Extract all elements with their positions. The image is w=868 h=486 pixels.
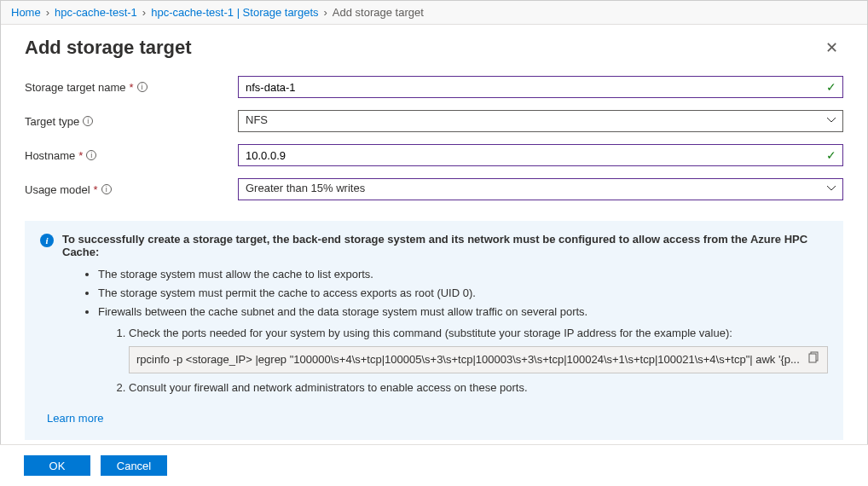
- copy-icon: [808, 351, 820, 363]
- required-marker: *: [78, 149, 83, 162]
- label-target-type: Target type i: [25, 115, 238, 128]
- chevron-right-icon: ›: [324, 6, 327, 19]
- footer: OK Cancel: [0, 444, 868, 486]
- info-bullet: The storage system must permit the cache…: [98, 286, 828, 302]
- svg-rect-1: [809, 354, 816, 362]
- form: Storage target name * i ✓ Target type i …: [1, 76, 867, 200]
- info-icon[interactable]: i: [101, 184, 112, 194]
- breadcrumb-storage-targets[interactable]: hpc-cache-test-1 | Storage targets: [151, 6, 318, 19]
- chevron-right-icon: ›: [142, 6, 146, 19]
- label-storage-target-name: Storage target name * i: [25, 81, 238, 94]
- breadcrumb: Home › hpc-cache-test-1 › hpc-cache-test…: [1, 1, 867, 25]
- storage-target-name-input[interactable]: [238, 76, 843, 98]
- required-marker: *: [94, 183, 98, 196]
- ok-button[interactable]: OK: [24, 455, 90, 476]
- info-bullet: Firewalls between the cache subnet and t…: [98, 304, 828, 321]
- info-heading: To successfully create a storage target,…: [62, 233, 828, 258]
- breadcrumb-resource[interactable]: hpc-cache-test-1: [55, 6, 137, 19]
- learn-more-link[interactable]: Learn more: [47, 412, 103, 425]
- page-title: Add storage target: [25, 37, 192, 59]
- info-step: Consult your firewall and network admini…: [129, 380, 828, 396]
- form-row-type: Target type i NFS: [25, 110, 843, 132]
- label-usage-model: Usage model * i: [25, 183, 238, 196]
- hostname-input[interactable]: [238, 144, 843, 166]
- code-text: rpcinfo -p <storage_IP> |egrep "100000\s…: [136, 352, 801, 368]
- code-box: rpcinfo -p <storage_IP> |egrep "100000\s…: [129, 346, 828, 373]
- info-step: Check the ports needed for your system b…: [129, 326, 828, 374]
- target-type-select[interactable]: NFS: [238, 110, 843, 132]
- form-row-hostname: Hostname * i ✓: [25, 144, 843, 166]
- form-row-usage-model: Usage model * i Greater than 15% writes: [25, 178, 843, 200]
- breadcrumb-current: Add storage target: [333, 6, 424, 19]
- info-icon[interactable]: i: [86, 150, 96, 160]
- info-icon[interactable]: i: [83, 116, 93, 126]
- info-panel: i To successfully create a storage targe…: [25, 221, 843, 440]
- close-icon: ✕: [825, 39, 838, 56]
- info-icon[interactable]: i: [137, 82, 148, 92]
- info-icon: i: [40, 234, 54, 247]
- copy-button[interactable]: [808, 351, 820, 368]
- page-header: Add storage target ✕: [1, 25, 867, 76]
- breadcrumb-home[interactable]: Home: [11, 6, 41, 19]
- cancel-button[interactable]: Cancel: [101, 455, 167, 476]
- required-marker: *: [130, 81, 134, 94]
- close-button[interactable]: ✕: [820, 33, 843, 62]
- usage-model-select[interactable]: Greater than 15% writes: [238, 178, 843, 200]
- chevron-right-icon: ›: [46, 6, 49, 19]
- info-bullet: The storage system must allow the cache …: [98, 267, 828, 283]
- label-hostname: Hostname * i: [25, 149, 238, 162]
- form-row-name: Storage target name * i ✓: [25, 76, 843, 98]
